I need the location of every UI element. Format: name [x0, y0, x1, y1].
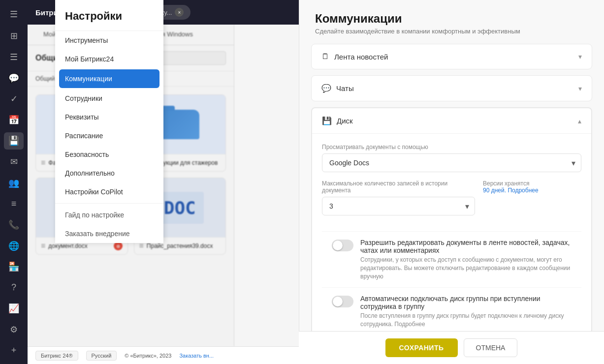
sidebar-icon-add[interactable]: + — [4, 342, 24, 359]
disk-title: Диск — [337, 117, 573, 125]
disk-chevron-icon: ▴ — [578, 117, 581, 125]
settings-divider — [55, 203, 163, 204]
viewer-field-label: Просматривать документы с помощью — [322, 144, 581, 151]
versions-value: 90 дней. Подробнее — [483, 187, 581, 194]
settings-menu: Настройки Инструменты Мой Битрикс24 Комм… — [55, 25, 163, 243]
sidebar-icon-contacts[interactable]: 👥 — [4, 174, 24, 191]
sidebar-icon-phone[interactable]: 📞 — [4, 216, 24, 234]
history-field-label: Максимальное количество записей в истори… — [322, 180, 475, 194]
order-link[interactable]: Заказать вн... — [179, 353, 214, 359]
versions-info-group: Версии хранятся 90 дней. Подробнее — [483, 180, 581, 223]
accordion-chats-header[interactable]: 💬 Чаты ▾ — [312, 76, 592, 101]
toggle-edit-docs-switch[interactable] — [332, 240, 353, 251]
news-feed-title: Лента новостей — [334, 53, 573, 61]
history-select[interactable]: 3 — [322, 197, 475, 215]
disk-icon: 💾 — [322, 116, 332, 125]
sidebar-icon-help[interactable]: ? — [4, 279, 24, 297]
news-feed-chevron-icon: ▾ — [578, 53, 582, 61]
disk-header[interactable]: 💾 Диск ▴ — [312, 108, 591, 133]
content-area: Мой диск Общий диск Диск для Windows Общ… — [28, 25, 604, 346]
toggle-edit-docs-content: Разрешить редактировать документы в лент… — [360, 239, 572, 280]
history-row: Максимальное количество записей в истори… — [322, 180, 581, 223]
accordion-news-feed-header[interactable]: 🗒 Лента новостей ▾ — [312, 44, 592, 69]
sidebar-icon-mail[interactable]: ✉ — [4, 153, 24, 171]
viewer-select[interactable]: Google Docs — [322, 153, 581, 172]
settings-content-header: Коммуникации Сделайте взаимодействие в к… — [299, 25, 604, 41]
settings-link-order[interactable]: Заказать внедрение — [55, 224, 163, 243]
news-feed-icon: 🗒 — [321, 52, 329, 61]
sidebar-icon-analytics[interactable]: 📈 — [4, 300, 24, 317]
settings-item-myb24[interactable]: Мой Битрикс24 — [55, 50, 163, 68]
settings-item-security[interactable]: Безопасность — [55, 145, 163, 164]
settings-item-employees[interactable]: Сотрудники — [55, 89, 163, 108]
disk-body: Просматривать документы с помощью Google… — [312, 133, 591, 345]
sidebar-icon-shop[interactable]: 🏪 — [4, 258, 24, 275]
settings-content-subtitle: Сделайте взаимодействие в компании комфо… — [315, 28, 588, 35]
toggle-edit-docs-label: Разрешить редактировать документы в лент… — [360, 239, 572, 254]
sidebar-icon-sites[interactable]: 🌐 — [4, 237, 24, 254]
settings-item-copilot[interactable]: Настройки CoPilot — [55, 182, 163, 201]
versions-link[interactable]: Подробнее — [508, 187, 538, 194]
settings-link-guide[interactable]: Гайд по настройке — [55, 206, 163, 224]
main-area: Битрикс 24 ≈ искать сотрудника, доку... … — [28, 0, 604, 364]
toggle-auto-connect-content: Автоматически подключать диск группы при… — [360, 295, 572, 329]
settings-item-schedule[interactable]: Расписание — [55, 126, 163, 145]
settings-item-additional[interactable]: Дополнительно — [55, 164, 163, 182]
hamburger-icon[interactable]: ☰ — [0, 4, 28, 25]
folder-icon — [160, 110, 199, 139]
settings-content-panel: Коммуникации Сделайте взаимодействие в к… — [299, 25, 604, 346]
sidebar-icon-home[interactable]: ⊞ — [4, 28, 24, 45]
settings-content-title: Коммуникации — [315, 25, 588, 26]
file-lines-icon: ≡ — [41, 158, 45, 167]
sidebar-icon-calendar[interactable]: 📅 — [4, 112, 24, 129]
toggle-edit-docs-row: Разрешить редактировать документы в лент… — [322, 231, 581, 287]
chats-title: Чаты — [336, 84, 573, 92]
settings-item-tools[interactable]: Инструменты — [55, 31, 163, 50]
history-field-group: Максимальное количество записей в истори… — [322, 180, 475, 223]
sidebar-icon-list[interactable]: ≡ — [4, 195, 24, 212]
chats-chevron-icon: ▾ — [578, 85, 582, 92]
sidebar-icon-disk[interactable]: 💾 — [4, 132, 24, 150]
versions-label: Версии хранятся — [483, 180, 581, 187]
left-sidebar: ☰ ⊞ ☰ 💬 ✓ 📅 💾 ✉ 👥 ≡ 📞 🌐 🏪 ? 📈 ⚙ + — [0, 0, 28, 364]
history-select-wrapper[interactable]: 3 — [322, 197, 475, 215]
file-name: документ.docx — [48, 243, 110, 249]
toggle-auto-connect-desc: После вступления в группу диск группы бу… — [360, 312, 572, 329]
brand-button[interactable]: Битрикс 24® — [35, 351, 78, 361]
disk-section: 💾 Диск ▴ Просматривать документы с помощ… — [311, 107, 592, 346]
settings-item-requisites[interactable]: Реквизиты — [55, 108, 163, 126]
settings-title: Настройки — [55, 25, 163, 31]
search-close-button[interactable]: × — [175, 8, 184, 17]
chats-icon: 💬 — [321, 84, 331, 93]
toggle-edit-docs-desc: Сотрудники, у которых есть доступ к сооб… — [360, 256, 572, 280]
sidebar-icon-chat[interactable]: 💬 — [4, 69, 24, 87]
file-lines-icon: ≡ — [41, 242, 45, 250]
sidebar-icon-feed[interactable]: ☰ — [4, 49, 24, 66]
accordion-news-feed: 🗒 Лента новостей ▾ — [311, 44, 592, 69]
accordion-chats: 💬 Чаты ▾ — [311, 75, 592, 101]
sidebar-icon-tasks[interactable]: ✓ — [4, 91, 24, 108]
lang-button[interactable]: Русский — [86, 351, 117, 361]
copyright-text: © «Битрикс», 2023 — [125, 353, 171, 359]
viewer-select-wrapper[interactable]: Google Docs — [322, 153, 581, 172]
toggle-auto-connect-switch[interactable] — [332, 296, 353, 307]
toggle-auto-connect-label: Автоматически подключать диск группы при… — [360, 295, 572, 310]
file-name: Прайс_растения39.docx — [147, 243, 221, 249]
sidebar-icon-settings[interactable]: ⚙ — [4, 321, 24, 338]
versions-info: Версии хранятся 90 дней. Подробнее — [483, 180, 581, 194]
settings-item-communications[interactable]: Коммуникации — [59, 69, 159, 88]
toggle-auto-connect-row: Автоматически подключать диск группы при… — [322, 287, 581, 335]
